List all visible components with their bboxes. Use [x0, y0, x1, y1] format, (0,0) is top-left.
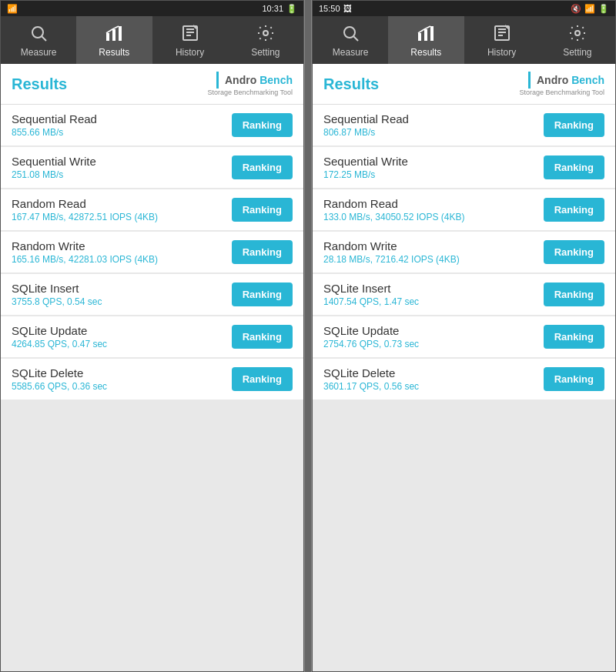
- svg-point-0: [32, 27, 43, 38]
- bench-item-info-6: SQLite Delete5585.66 QPS, 0.36 sec: [12, 366, 232, 392]
- nav-setting-right[interactable]: Setting: [540, 16, 615, 64]
- bench-item-1: Sequential Write251.08 MB/sRanking: [1, 147, 303, 188]
- bench-item-name-6: SQLite Delete: [12, 366, 232, 379]
- ranking-btn-6[interactable]: Ranking: [544, 367, 604, 391]
- nav-setting-left[interactable]: Setting: [228, 16, 303, 64]
- bench-item-6: SQLite Delete3601.17 QPS, 0.56 secRankin…: [313, 359, 615, 400]
- svg-rect-4: [119, 26, 122, 41]
- bench-item-name-5: SQLite Update: [12, 324, 232, 337]
- bench-item-name-0: Sequential Read: [12, 112, 232, 125]
- nav-measure-label-right: Measure: [333, 47, 369, 58]
- bench-item-0: Sequential Read806.87 MB/sRanking: [313, 105, 615, 145]
- nav-bar-right: Measure Results History Setting: [313, 16, 615, 64]
- nav-results-right[interactable]: Results: [388, 16, 464, 64]
- status-icons-left: 📶: [7, 4, 18, 14]
- ranking-btn-0[interactable]: Ranking: [544, 113, 604, 137]
- bench-item-info-3: Random Write28.18 MB/s, 7216.42 IOPS (4K…: [323, 239, 544, 265]
- androbench-sub-left: Storage Benchmarking Tool: [208, 89, 293, 96]
- wifi-icon-right: 📶: [584, 4, 595, 14]
- bench-item-value-2: 133.0 MB/s, 34050.52 IOPS (4KB): [323, 212, 544, 222]
- bench-item-value-2: 167.47 MB/s, 42872.51 IOPS (4KB): [12, 212, 232, 222]
- svg-point-19: [575, 31, 580, 35]
- bench-item-info-2: Random Read133.0 MB/s, 34050.52 IOPS (4K…: [323, 197, 544, 222]
- bench-item-info-6: SQLite Delete3601.17 QPS, 0.56 sec: [323, 366, 544, 392]
- ranking-btn-4[interactable]: Ranking: [232, 283, 293, 306]
- nav-results-label-left: Results: [99, 47, 129, 58]
- bench-item-value-3: 165.16 MB/s, 42281.03 IOPS (4KB): [12, 254, 232, 265]
- bench-item-value-0: 806.87 MB/s: [323, 127, 544, 138]
- bench-item-5: SQLite Update4264.85 QPS, 0.47 secRankin…: [1, 316, 303, 357]
- bench-item-info-5: SQLite Update2754.76 QPS, 0.73 sec: [323, 324, 544, 349]
- bench-item-2: Random Read167.47 MB/s, 42872.51 IOPS (4…: [1, 189, 303, 230]
- svg-rect-3: [112, 29, 116, 41]
- bench-item-value-6: 5585.66 QPS, 0.36 sec: [12, 381, 232, 392]
- ranking-btn-2[interactable]: Ranking: [544, 198, 604, 222]
- bench-item-info-3: Random Write165.16 MB/s, 42281.03 IOPS (…: [12, 239, 232, 265]
- bench-item-value-4: 1407.54 QPS, 1.47 sec: [323, 296, 544, 307]
- ranking-btn-5[interactable]: Ranking: [544, 325, 604, 349]
- bench-item-info-4: SQLite Insert3755.8 QPS, 0.54 sec: [12, 282, 232, 307]
- ranking-btn-1[interactable]: Ranking: [232, 155, 293, 179]
- bench-item-name-1: Sequential Write: [12, 155, 232, 168]
- history-icon-left: [179, 22, 201, 44]
- history-icon-right: [491, 22, 513, 44]
- status-bar-right: 15:50 🖼 🔇 📶 🔋: [313, 1, 615, 16]
- bench-list-left: Sequential Read855.66 MB/sRankingSequent…: [1, 105, 303, 671]
- svg-rect-2: [106, 33, 109, 41]
- androbench-bar-right: [528, 72, 531, 89]
- ranking-btn-3[interactable]: Ranking: [544, 240, 604, 264]
- bench-item-value-1: 251.08 MB/s: [12, 169, 232, 180]
- mute-icon-right: 🔇: [571, 4, 581, 14]
- phone-separator: [305, 0, 311, 672]
- nav-setting-label-left: Setting: [251, 47, 280, 58]
- results-icon-left: [103, 22, 125, 44]
- results-icon-right: [415, 22, 437, 44]
- bench-item-name-4: SQLite Insert: [323, 282, 544, 295]
- bench-item-value-0: 855.66 MB/s: [12, 127, 232, 138]
- photo-icon-right: 🖼: [343, 4, 352, 13]
- ranking-btn-6[interactable]: Ranking: [232, 367, 293, 391]
- nav-measure-right[interactable]: Measure: [313, 16, 388, 64]
- battery-icon-right: 🔋: [598, 4, 609, 14]
- left-phone: 📶 10:31 🔋 Measure Results History: [0, 0, 304, 672]
- nav-history-right[interactable]: History: [464, 16, 540, 64]
- nav-results-left[interactable]: Results: [76, 16, 152, 64]
- bench-item-0: Sequential Read855.66 MB/sRanking: [1, 105, 303, 145]
- ranking-btn-5[interactable]: Ranking: [232, 325, 293, 349]
- time-left: 10:31: [262, 4, 283, 13]
- androbench-logo-right: AndroBench Storage Benchmarking Tool: [520, 72, 604, 96]
- bench-item-name-2: Random Read: [12, 197, 232, 210]
- nav-history-left[interactable]: History: [152, 16, 228, 64]
- bench-part-left: Bench: [259, 74, 293, 86]
- bench-item-1: Sequential Write172.25 MB/sRanking: [313, 147, 615, 188]
- bench-item-info-5: SQLite Update4264.85 QPS, 0.47 sec: [12, 324, 232, 349]
- nav-measure-left[interactable]: Measure: [1, 16, 76, 64]
- nav-history-label-left: History: [176, 47, 204, 58]
- androbench-bar-left: [216, 72, 219, 89]
- bench-item-2: Random Read133.0 MB/s, 34050.52 IOPS (4K…: [313, 189, 615, 230]
- nav-bar-left: Measure Results History Setting: [1, 16, 303, 64]
- andro-part-right: Andro: [537, 74, 568, 86]
- battery-icon-left: 🔋: [286, 4, 297, 14]
- ranking-btn-1[interactable]: Ranking: [544, 155, 604, 179]
- ranking-btn-2[interactable]: Ranking: [232, 198, 293, 222]
- setting-icon-left: [255, 22, 276, 44]
- bench-item-info-4: SQLite Insert1407.54 QPS, 1.47 sec: [323, 282, 544, 307]
- nav-results-label-right: Results: [410, 47, 441, 58]
- bench-item-info-1: Sequential Write251.08 MB/s: [12, 155, 232, 180]
- wifi-icon: 📶: [7, 4, 18, 14]
- bench-item-3: Random Write165.16 MB/s, 42281.03 IOPS (…: [1, 232, 303, 272]
- ranking-btn-4[interactable]: Ranking: [544, 283, 604, 306]
- ranking-btn-3[interactable]: Ranking: [232, 240, 293, 264]
- time-right: 15:50: [319, 4, 340, 13]
- bench-item-info-1: Sequential Write172.25 MB/s: [323, 155, 544, 180]
- measure-icon-left: [28, 22, 49, 44]
- svg-rect-13: [424, 29, 427, 41]
- svg-line-1: [42, 37, 47, 42]
- status-right-left: 10:31 🔋: [262, 4, 297, 14]
- bench-item-name-5: SQLite Update: [323, 324, 544, 337]
- svg-rect-12: [418, 33, 421, 41]
- setting-icon-right: [567, 22, 588, 44]
- ranking-btn-0[interactable]: Ranking: [232, 113, 293, 137]
- svg-rect-14: [430, 26, 434, 41]
